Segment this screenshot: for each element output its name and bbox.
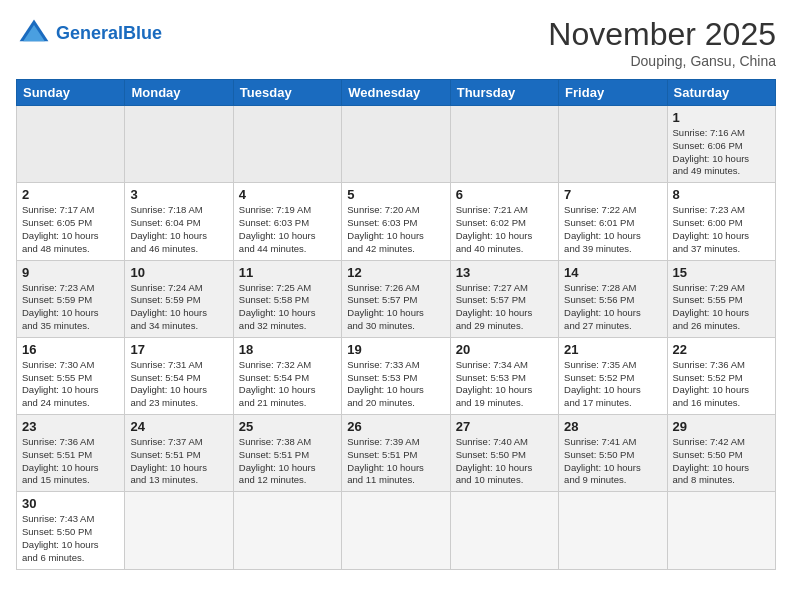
day-number: 3 xyxy=(130,187,227,202)
day-info: Sunrise: 7:34 AMSunset: 5:53 PMDaylight:… xyxy=(456,359,553,410)
month-title: November 2025 xyxy=(548,16,776,53)
calendar-cell: 19Sunrise: 7:33 AMSunset: 5:53 PMDayligh… xyxy=(342,337,450,414)
calendar-cell: 12Sunrise: 7:26 AMSunset: 5:57 PMDayligh… xyxy=(342,260,450,337)
calendar-cell: 25Sunrise: 7:38 AMSunset: 5:51 PMDayligh… xyxy=(233,415,341,492)
calendar-cell xyxy=(667,492,775,569)
day-info: Sunrise: 7:37 AMSunset: 5:51 PMDaylight:… xyxy=(130,436,227,487)
page-header: GeneralBlue November 2025 Douping, Gansu… xyxy=(16,16,776,69)
calendar-cell xyxy=(559,106,667,183)
calendar-cell: 10Sunrise: 7:24 AMSunset: 5:59 PMDayligh… xyxy=(125,260,233,337)
day-number: 6 xyxy=(456,187,553,202)
day-info: Sunrise: 7:28 AMSunset: 5:56 PMDaylight:… xyxy=(564,282,661,333)
calendar-cell xyxy=(342,106,450,183)
day-number: 18 xyxy=(239,342,336,357)
day-info: Sunrise: 7:19 AMSunset: 6:03 PMDaylight:… xyxy=(239,204,336,255)
day-number: 21 xyxy=(564,342,661,357)
day-info: Sunrise: 7:17 AMSunset: 6:05 PMDaylight:… xyxy=(22,204,119,255)
calendar-cell: 4Sunrise: 7:19 AMSunset: 6:03 PMDaylight… xyxy=(233,183,341,260)
day-info: Sunrise: 7:23 AMSunset: 6:00 PMDaylight:… xyxy=(673,204,770,255)
day-number: 19 xyxy=(347,342,444,357)
day-number: 13 xyxy=(456,265,553,280)
day-number: 23 xyxy=(22,419,119,434)
calendar-cell xyxy=(125,492,233,569)
calendar-cell: 23Sunrise: 7:36 AMSunset: 5:51 PMDayligh… xyxy=(17,415,125,492)
day-number: 12 xyxy=(347,265,444,280)
day-info: Sunrise: 7:25 AMSunset: 5:58 PMDaylight:… xyxy=(239,282,336,333)
weekday-header: Sunday xyxy=(17,80,125,106)
day-number: 5 xyxy=(347,187,444,202)
calendar-cell: 27Sunrise: 7:40 AMSunset: 5:50 PMDayligh… xyxy=(450,415,558,492)
calendar-cell xyxy=(17,106,125,183)
day-info: Sunrise: 7:43 AMSunset: 5:50 PMDaylight:… xyxy=(22,513,119,564)
calendar-cell: 14Sunrise: 7:28 AMSunset: 5:56 PMDayligh… xyxy=(559,260,667,337)
calendar-cell: 28Sunrise: 7:41 AMSunset: 5:50 PMDayligh… xyxy=(559,415,667,492)
day-number: 30 xyxy=(22,496,119,511)
day-info: Sunrise: 7:21 AMSunset: 6:02 PMDaylight:… xyxy=(456,204,553,255)
calendar-cell: 20Sunrise: 7:34 AMSunset: 5:53 PMDayligh… xyxy=(450,337,558,414)
calendar-cell: 26Sunrise: 7:39 AMSunset: 5:51 PMDayligh… xyxy=(342,415,450,492)
weekday-header: Tuesday xyxy=(233,80,341,106)
calendar-cell: 30Sunrise: 7:43 AMSunset: 5:50 PMDayligh… xyxy=(17,492,125,569)
calendar-cell xyxy=(233,106,341,183)
day-info: Sunrise: 7:36 AMSunset: 5:51 PMDaylight:… xyxy=(22,436,119,487)
day-info: Sunrise: 7:32 AMSunset: 5:54 PMDaylight:… xyxy=(239,359,336,410)
day-number: 2 xyxy=(22,187,119,202)
day-info: Sunrise: 7:41 AMSunset: 5:50 PMDaylight:… xyxy=(564,436,661,487)
logo-general: General xyxy=(56,23,123,43)
day-number: 15 xyxy=(673,265,770,280)
logo: GeneralBlue xyxy=(16,16,162,52)
calendar-cell: 5Sunrise: 7:20 AMSunset: 6:03 PMDaylight… xyxy=(342,183,450,260)
day-info: Sunrise: 7:40 AMSunset: 5:50 PMDaylight:… xyxy=(456,436,553,487)
weekday-header: Wednesday xyxy=(342,80,450,106)
calendar-cell xyxy=(125,106,233,183)
calendar-cell xyxy=(450,106,558,183)
day-info: Sunrise: 7:29 AMSunset: 5:55 PMDaylight:… xyxy=(673,282,770,333)
weekday-header: Monday xyxy=(125,80,233,106)
day-number: 10 xyxy=(130,265,227,280)
calendar-cell xyxy=(450,492,558,569)
calendar-cell: 13Sunrise: 7:27 AMSunset: 5:57 PMDayligh… xyxy=(450,260,558,337)
day-info: Sunrise: 7:36 AMSunset: 5:52 PMDaylight:… xyxy=(673,359,770,410)
day-info: Sunrise: 7:23 AMSunset: 5:59 PMDaylight:… xyxy=(22,282,119,333)
title-block: November 2025 Douping, Gansu, China xyxy=(548,16,776,69)
day-number: 20 xyxy=(456,342,553,357)
calendar-cell: 29Sunrise: 7:42 AMSunset: 5:50 PMDayligh… xyxy=(667,415,775,492)
weekday-header: Friday xyxy=(559,80,667,106)
calendar-cell: 15Sunrise: 7:29 AMSunset: 5:55 PMDayligh… xyxy=(667,260,775,337)
calendar-cell: 7Sunrise: 7:22 AMSunset: 6:01 PMDaylight… xyxy=(559,183,667,260)
logo-blue: Blue xyxy=(123,23,162,43)
day-info: Sunrise: 7:31 AMSunset: 5:54 PMDaylight:… xyxy=(130,359,227,410)
calendar-cell xyxy=(233,492,341,569)
calendar-cell: 22Sunrise: 7:36 AMSunset: 5:52 PMDayligh… xyxy=(667,337,775,414)
calendar-cell xyxy=(342,492,450,569)
day-number: 14 xyxy=(564,265,661,280)
location: Douping, Gansu, China xyxy=(548,53,776,69)
day-info: Sunrise: 7:26 AMSunset: 5:57 PMDaylight:… xyxy=(347,282,444,333)
calendar-cell: 9Sunrise: 7:23 AMSunset: 5:59 PMDaylight… xyxy=(17,260,125,337)
day-info: Sunrise: 7:27 AMSunset: 5:57 PMDaylight:… xyxy=(456,282,553,333)
day-number: 27 xyxy=(456,419,553,434)
day-info: Sunrise: 7:18 AMSunset: 6:04 PMDaylight:… xyxy=(130,204,227,255)
day-info: Sunrise: 7:33 AMSunset: 5:53 PMDaylight:… xyxy=(347,359,444,410)
calendar-cell xyxy=(559,492,667,569)
day-info: Sunrise: 7:20 AMSunset: 6:03 PMDaylight:… xyxy=(347,204,444,255)
day-number: 25 xyxy=(239,419,336,434)
day-number: 22 xyxy=(673,342,770,357)
day-number: 11 xyxy=(239,265,336,280)
weekday-header: Thursday xyxy=(450,80,558,106)
day-info: Sunrise: 7:30 AMSunset: 5:55 PMDaylight:… xyxy=(22,359,119,410)
day-info: Sunrise: 7:24 AMSunset: 5:59 PMDaylight:… xyxy=(130,282,227,333)
calendar-cell: 18Sunrise: 7:32 AMSunset: 5:54 PMDayligh… xyxy=(233,337,341,414)
day-info: Sunrise: 7:39 AMSunset: 5:51 PMDaylight:… xyxy=(347,436,444,487)
calendar-cell: 24Sunrise: 7:37 AMSunset: 5:51 PMDayligh… xyxy=(125,415,233,492)
calendar-cell: 6Sunrise: 7:21 AMSunset: 6:02 PMDaylight… xyxy=(450,183,558,260)
calendar-cell: 21Sunrise: 7:35 AMSunset: 5:52 PMDayligh… xyxy=(559,337,667,414)
day-info: Sunrise: 7:38 AMSunset: 5:51 PMDaylight:… xyxy=(239,436,336,487)
day-number: 4 xyxy=(239,187,336,202)
day-info: Sunrise: 7:22 AMSunset: 6:01 PMDaylight:… xyxy=(564,204,661,255)
logo-text: GeneralBlue xyxy=(56,24,162,44)
calendar-cell: 3Sunrise: 7:18 AMSunset: 6:04 PMDaylight… xyxy=(125,183,233,260)
logo-icon xyxy=(16,16,52,52)
day-info: Sunrise: 7:35 AMSunset: 5:52 PMDaylight:… xyxy=(564,359,661,410)
day-number: 24 xyxy=(130,419,227,434)
